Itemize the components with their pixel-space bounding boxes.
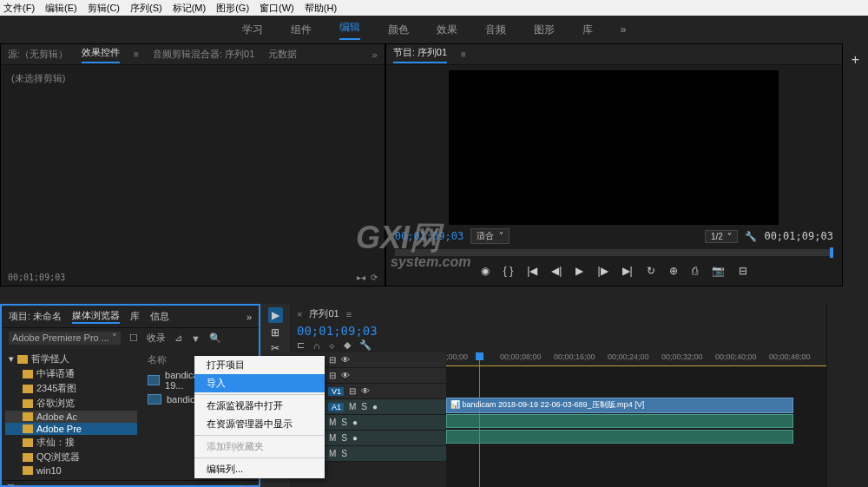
settings-icon[interactable]: 🔧 <box>745 231 757 242</box>
mute-button[interactable]: M <box>329 449 336 458</box>
solo-button[interactable]: S <box>341 449 347 458</box>
video-clip[interactable]: 📊 bandicam 2018-09-19 22-06-03-689_压制版.m… <box>446 398 793 413</box>
add-panel-button[interactable]: + <box>843 43 868 304</box>
menu-help[interactable]: 帮助(H) <box>305 2 337 15</box>
menu-file[interactable]: 文件(F) <box>3 2 35 15</box>
program-monitor[interactable] <box>449 70 779 225</box>
ctx-edit-columns[interactable]: 编辑列... <box>194 460 325 478</box>
solo-button[interactable]: S <box>341 433 347 443</box>
menu-marker[interactable]: 标记(M) <box>173 2 207 15</box>
source-dropdown[interactable]: Adobe Premiere Pro ... ˅ <box>9 332 121 345</box>
tab-audio-mixer[interactable]: 音频剪辑混合器: 序列01 <box>153 48 254 61</box>
track-toggle[interactable]: ⊟ <box>329 355 336 365</box>
record-button[interactable]: ● <box>352 418 358 427</box>
mute-button[interactable]: M <box>329 433 336 443</box>
folder-item[interactable]: 求仙：接 <box>5 435 137 450</box>
workspace-editing[interactable]: 编辑 <box>339 20 360 40</box>
tabs-overflow[interactable]: » <box>372 49 378 60</box>
ingest-checkbox[interactable]: ☐ <box>129 332 138 344</box>
mute-button[interactable]: M <box>329 418 336 427</box>
time-ruler[interactable]: ;00;00 00;00;08;00 00;00;16;00 00;00;24;… <box>446 352 826 366</box>
menu-window[interactable]: 窗口(W) <box>260 2 294 15</box>
thumb-view-icon[interactable]: ▭ □ <box>238 483 253 487</box>
folder-item[interactable]: win10 <box>5 464 137 477</box>
new-folder-icon[interactable]: ⊿ <box>174 332 182 344</box>
tab-project[interactable]: 项目: 未命名 <box>9 310 62 323</box>
audio-clip-a1[interactable] <box>446 414 793 428</box>
workspace-libraries[interactable]: 库 <box>582 23 593 37</box>
tab-effect-controls[interactable]: 效果控件 <box>82 46 120 63</box>
workspace-more[interactable]: » <box>621 23 627 36</box>
program-panel-menu-icon[interactable]: ≡ <box>461 49 466 59</box>
fit-dropdown[interactable]: 适合 ˅ <box>470 228 510 244</box>
menu-sequence[interactable]: 序列(S) <box>130 2 162 15</box>
menu-clip[interactable]: 剪辑(C) <box>88 2 120 15</box>
folder-root[interactable]: ▾ 哲学怪人 <box>5 352 137 366</box>
solo-button[interactable]: S <box>341 418 347 427</box>
track-v1[interactable]: V1 <box>328 387 344 396</box>
sequence-menu-icon[interactable]: ≡ <box>346 309 352 319</box>
snap-icon[interactable]: ⊏ <box>297 339 305 351</box>
track-toggle[interactable]: ⊟ <box>349 386 356 396</box>
search-icon[interactable]: 🔍 <box>209 332 221 344</box>
in-out-button[interactable]: { } <box>503 265 513 277</box>
track-toggle[interactable]: ⊟ <box>329 371 336 380</box>
mute-button[interactable]: M <box>349 402 356 411</box>
track-visibility[interactable]: 👁 <box>341 371 350 380</box>
loop-button[interactable]: ↻ <box>647 265 655 277</box>
source-icon-1[interactable]: ▸◂ <box>357 273 365 282</box>
timeline-timecode[interactable]: 00;01;09;03 <box>290 324 826 338</box>
program-timecode-left[interactable]: 00;01;09;03 <box>395 230 464 242</box>
zoom-dropdown[interactable]: 1/2 ˅ <box>705 230 738 243</box>
audio-clip-a2[interactable] <box>446 430 793 444</box>
record-button[interactable]: ● <box>372 402 378 411</box>
insert-button[interactable]: ⊕ <box>669 265 678 277</box>
workspace-audio[interactable]: 音频 <box>485 23 506 37</box>
folder-item[interactable]: Adobe Ac <box>5 411 137 423</box>
record-button[interactable]: ● <box>352 433 358 443</box>
folder-item[interactable]: QQ浏览器 <box>5 450 137 464</box>
go-to-out-button[interactable]: ▶| <box>622 265 633 277</box>
marker-icon[interactable]: ◆ <box>344 339 351 351</box>
tab-media-browser[interactable]: 媒体浏览器 <box>72 309 120 324</box>
step-forward-button[interactable]: |▶ <box>597 265 608 277</box>
source-icon-2[interactable]: ⟳ <box>371 273 378 282</box>
filter-icon[interactable]: ▼ <box>191 333 201 344</box>
timeline-close-icon[interactable]: × <box>297 309 302 319</box>
folder-item-selected[interactable]: Adobe Pre <box>5 423 137 435</box>
panel-menu-icon[interactable]: ≡ <box>134 49 139 59</box>
project-tabs-more[interactable]: » <box>247 312 252 322</box>
timeline-tracks[interactable]: ;00;00 00;00;08;00 00;00;16;00 00;00;24;… <box>446 352 826 487</box>
tab-program[interactable]: 节目: 序列01 <box>393 46 447 63</box>
workspace-effects[interactable]: 效果 <box>437 23 457 37</box>
magnet-icon[interactable]: ∩ <box>313 340 320 351</box>
workspace-assembly[interactable]: 组件 <box>291 23 312 37</box>
ctx-reveal-explorer[interactable]: 在资源管理器中显示 <box>194 415 325 433</box>
settings-icon[interactable]: 🔧 <box>359 339 372 351</box>
marker-button[interactable]: ◉ <box>481 265 490 277</box>
list-view-icon[interactable]: ☰≡ <box>7 483 20 487</box>
playhead[interactable] <box>479 352 480 487</box>
ctx-open-project[interactable]: 打开项目 <box>194 356 325 374</box>
tab-metadata[interactable]: 元数据 <box>268 48 297 61</box>
menu-graphics[interactable]: 图形(G) <box>216 2 249 15</box>
folder-item[interactable]: 中译语通 <box>5 366 137 381</box>
folder-item[interactable]: 谷歌浏览 <box>5 396 137 411</box>
folder-tree[interactable]: ▾ 哲学怪人 中译语通 2345看图 谷歌浏览 Adobe Ac Adobe P… <box>2 348 141 480</box>
ctx-import[interactable]: 导入 <box>194 374 325 392</box>
go-to-in-button[interactable]: |◀ <box>527 265 537 277</box>
export-frame-button[interactable]: 📷 <box>712 265 725 277</box>
playhead-scrub[interactable] <box>830 247 833 258</box>
play-button[interactable]: ▶ <box>575 265 583 277</box>
tab-libraries[interactable]: 库 <box>130 310 140 323</box>
ripple-tool[interactable]: ✂ <box>271 342 279 354</box>
track-a1[interactable]: A1 <box>328 403 344 411</box>
solo-button[interactable]: S <box>361 402 367 411</box>
workspace-color[interactable]: 颜色 <box>388 23 409 37</box>
workspace-learn[interactable]: 学习 <box>242 23 263 37</box>
link-icon[interactable]: ⟐ <box>329 340 335 351</box>
selection-tool[interactable]: ▶ <box>268 307 283 323</box>
tab-source[interactable]: 源:（无剪辑） <box>8 48 68 61</box>
track-select-tool[interactable]: ⊞ <box>271 326 279 339</box>
workspace-graphics[interactable]: 图形 <box>534 23 555 37</box>
